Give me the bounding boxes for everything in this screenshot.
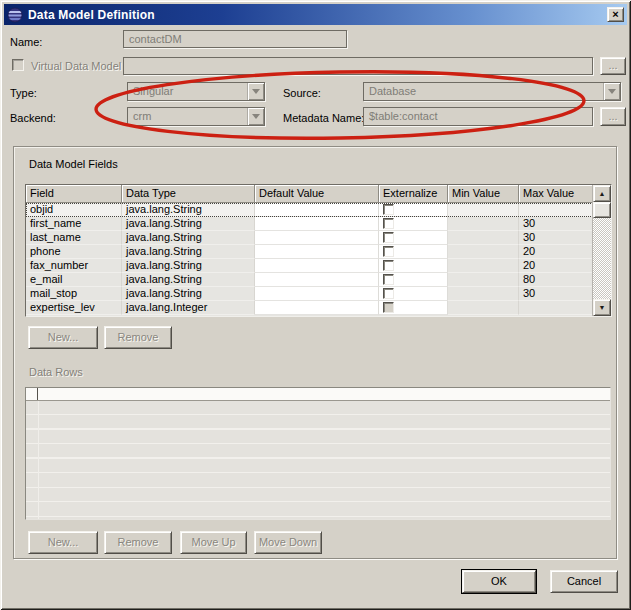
- backend-dropdown-button[interactable]: [247, 108, 264, 125]
- fields-table-scrollbar[interactable]: ▲ ▼: [592, 185, 611, 316]
- table-row[interactable]: mail_stopjava.lang.String30: [26, 287, 611, 301]
- table-cell: java.lang.String: [122, 217, 255, 231]
- ok-button[interactable]: OK: [462, 570, 536, 593]
- close-button[interactable]: ×: [607, 7, 624, 22]
- rows-move-down-button[interactable]: Move Down: [254, 531, 322, 554]
- externalize-checkbox[interactable]: [383, 218, 394, 229]
- name-field: contactDM: [123, 30, 347, 48]
- table-cell: 20: [519, 245, 593, 259]
- column-header[interactable]: Field: [26, 185, 122, 203]
- externalize-checkbox[interactable]: [383, 260, 394, 271]
- scrollbar-thumb[interactable]: [593, 202, 611, 218]
- table-cell: 30: [519, 287, 593, 301]
- type-dropdown[interactable]: Singular: [127, 82, 265, 101]
- table-row[interactable]: e_mailjava.lang.String80: [26, 273, 611, 287]
- rows-move-up-button[interactable]: Move Up: [180, 531, 247, 554]
- table-cell: java.lang.String: [122, 231, 255, 245]
- fields-table-header: FieldData TypeDefault ValueExternalizeMi…: [26, 185, 611, 203]
- column-header[interactable]: Externalize: [379, 185, 448, 203]
- table-row[interactable]: last_namejava.lang.String30: [26, 231, 611, 245]
- table-cell: java.lang.String: [122, 287, 255, 301]
- table-cell: 80: [519, 273, 593, 287]
- table-cell: first_name: [26, 217, 122, 231]
- column-header[interactable]: Default Value: [255, 185, 379, 203]
- table-cell: phone: [26, 245, 122, 259]
- externalize-cell[interactable]: [379, 231, 448, 245]
- table-cell: objid: [26, 203, 122, 217]
- data-rows-body: [26, 401, 610, 519]
- externalize-checkbox[interactable]: [383, 246, 394, 257]
- table-cell: [448, 203, 519, 217]
- table-cell: [448, 217, 519, 231]
- column-header[interactable]: Max Value: [519, 185, 593, 203]
- table-cell: mail_stop: [26, 287, 122, 301]
- column-header[interactable]: Min Value: [448, 185, 519, 203]
- window-title: Data Model Definition: [28, 8, 155, 22]
- table-cell: last_name: [26, 231, 122, 245]
- table-row[interactable]: phonejava.lang.String20: [26, 245, 611, 259]
- type-dropdown-button[interactable]: [247, 83, 264, 100]
- fields-section-title: Data Model Fields: [29, 158, 118, 170]
- metadata-browse-button[interactable]: ...: [600, 107, 626, 126]
- backend-label: Backend:: [10, 112, 56, 124]
- data-rows-table: [25, 387, 611, 520]
- fields-table-body: objidjava.lang.Stringfirst_namejava.lang…: [26, 203, 611, 315]
- title-bar: Data Model Definition: [4, 4, 627, 25]
- data-model-panel: Data Model Fields FieldData TypeDefault …: [13, 146, 617, 559]
- externalize-cell[interactable]: [379, 273, 448, 287]
- externalize-checkbox[interactable]: [383, 274, 394, 285]
- externalize-cell[interactable]: [379, 217, 448, 231]
- externalize-checkbox[interactable]: [383, 288, 394, 299]
- metadata-name-label: Metadata Name:: [283, 112, 364, 124]
- metadata-name-field: $table:contact: [363, 107, 593, 126]
- externalize-cell[interactable]: [379, 259, 448, 273]
- virtual-data-model-field: [123, 57, 593, 75]
- table-cell: [448, 287, 519, 301]
- externalize-checkbox[interactable]: [383, 232, 394, 243]
- type-label: Type:: [10, 87, 37, 99]
- externalize-cell[interactable]: [379, 287, 448, 301]
- externalize-checkbox[interactable]: [383, 204, 394, 215]
- cancel-button[interactable]: Cancel: [550, 570, 618, 593]
- table-cell: expertise_lev: [26, 301, 122, 315]
- scroll-down-button[interactable]: ▼: [593, 299, 611, 316]
- table-cell: [255, 245, 379, 259]
- rows-section-title: Data Rows: [29, 366, 83, 378]
- table-row[interactable]: fax_numberjava.lang.String20: [26, 259, 611, 273]
- data-model-definition-dialog: Data Model Definition × Name: contactDM …: [0, 0, 631, 610]
- table-cell: [255, 231, 379, 245]
- table-cell: 30: [519, 231, 593, 245]
- externalize-cell[interactable]: [379, 245, 448, 259]
- source-value: Database: [364, 83, 603, 100]
- column-header[interactable]: Data Type: [122, 185, 255, 203]
- rows-remove-button[interactable]: Remove: [104, 531, 172, 554]
- table-cell: 20: [519, 259, 593, 273]
- source-label: Source:: [283, 87, 321, 99]
- table-cell: java.lang.String: [122, 245, 255, 259]
- backend-dropdown[interactable]: crm: [127, 107, 265, 126]
- scroll-up-button[interactable]: ▲: [593, 185, 611, 202]
- table-row[interactable]: first_namejava.lang.String30: [26, 217, 611, 231]
- externalize-checkbox[interactable]: [383, 302, 394, 313]
- externalize-cell[interactable]: [379, 203, 448, 217]
- source-dropdown[interactable]: Database: [363, 82, 621, 101]
- table-cell: [255, 287, 379, 301]
- table-cell: [519, 203, 593, 217]
- data-rows-header-cell: [26, 388, 38, 400]
- source-dropdown-button[interactable]: [603, 83, 620, 100]
- rows-new-button[interactable]: New...: [28, 531, 98, 554]
- table-row[interactable]: expertise_levjava.lang.Integer: [26, 301, 611, 315]
- chevron-down-icon: [252, 89, 260, 94]
- externalize-cell[interactable]: [379, 301, 448, 315]
- chevron-down-icon: [252, 114, 260, 119]
- virtual-browse-button[interactable]: ...: [600, 57, 626, 75]
- virtual-data-model-checkbox[interactable]: [12, 59, 24, 71]
- fields-remove-button[interactable]: Remove: [104, 326, 172, 349]
- table-cell: [448, 273, 519, 287]
- table-row[interactable]: objidjava.lang.String: [26, 203, 611, 217]
- fields-new-button[interactable]: New...: [28, 326, 98, 349]
- table-cell: [255, 259, 379, 273]
- eclipse-app-icon: [7, 7, 23, 23]
- table-cell: java.lang.Integer: [122, 301, 255, 315]
- table-cell: [448, 245, 519, 259]
